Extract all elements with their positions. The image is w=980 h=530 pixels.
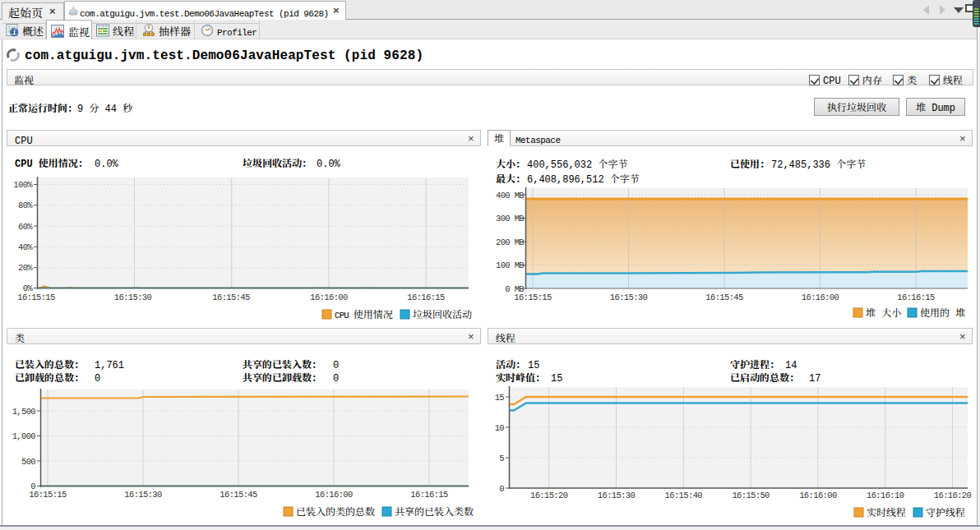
svg-text:共享的已装入数：: 共享的已装入数： [243,357,321,371]
svg-text:16:16:20: 16:16:20 [934,488,972,500]
svg-text:i: i [12,26,16,36]
svg-text:16:15:45: 16:15:45 [212,290,250,302]
svg-text:16:15:45: 16:15:45 [220,487,257,500]
svg-text:300 MB: 300 MB [496,211,524,224]
svg-text:垃圾回收活动：: 垃圾回收活动： [243,155,312,169]
svg-text:16:16:00: 16:16:00 [315,487,353,500]
svg-text:16:16:15: 16:16:15 [897,290,935,302]
svg-text:16:15:45: 16:15:45 [705,290,743,302]
svg-text:16:16:00: 16:16:00 [799,488,837,500]
svg-text:16:15:30: 16:15:30 [124,487,162,500]
svg-text:0: 0 [95,370,100,384]
svg-text:6,408,896,512 个字节: 6,408,896,512 个字节 [527,171,640,185]
svg-text:垃圾回收活动: 垃圾回收活动 [413,306,472,320]
svg-text:200 MB: 200 MB [496,235,524,247]
svg-text:16:16:00: 16:16:00 [802,290,839,302]
svg-text:活动：: 活动： [496,357,525,371]
svg-text:0: 0 [333,370,339,384]
svg-text:共享的已装入类数: 共享的已装入类数 [395,504,474,518]
svg-text:16:16:00: 16:16:00 [310,290,348,302]
svg-text:14: 14 [785,357,797,371]
svg-text:已使用：: 已使用： [730,156,770,170]
svg-text:100 MB: 100 MB [496,258,524,270]
svg-text:堆 大小: 堆 大小 [866,305,901,319]
svg-text:16:16:15: 16:16:15 [407,290,445,302]
svg-text:16:15:30: 16:15:30 [610,290,648,302]
svg-text:实时峰值：: 实时峰值： [496,370,545,384]
svg-text:1,761: 1,761 [95,357,124,371]
svg-text:500: 500 [21,454,35,467]
svg-text:实时线程: 实时线程 [867,505,906,518]
svg-text:16:15:15: 16:15:15 [29,487,67,500]
svg-text:5: 5 [499,451,504,463]
svg-text:40%: 40% [18,240,33,252]
svg-text:最大：: 最大： [496,171,525,185]
svg-text:0.0%: 0.0% [95,155,119,169]
svg-text:400,556,032 个字节: 400,556,032 个字节 [527,156,627,170]
svg-text:已装入的总数：: 已装入的总数： [15,357,84,371]
svg-text:已卸载的总数：: 已卸载的总数： [15,370,84,384]
svg-text:10: 10 [495,421,505,433]
svg-text:15: 15 [551,370,562,384]
svg-text:400 MB: 400 MB [496,188,524,200]
svg-text:1,000: 1,000 [12,429,36,441]
svg-text:16:15:15: 16:15:15 [17,290,55,302]
svg-text:16:15:15: 16:15:15 [514,290,552,302]
svg-text:使用的 堆: 使用的 堆 [920,305,965,319]
svg-text:16:16:10: 16:16:10 [867,488,904,500]
svg-text:80%: 80% [18,198,33,210]
svg-text:60%: 60% [18,219,33,232]
svg-text:CPU 使用情况：: CPU 使用情况： [15,155,88,169]
svg-text:0: 0 [333,357,339,371]
svg-text:0: 0 [499,482,504,494]
svg-text:共享的已卸载数：: 共享的已卸载数： [243,370,321,384]
svg-text:72,485,336 个字节: 72,485,336 个字节 [771,156,866,170]
svg-text:20%: 20% [18,260,33,273]
svg-text:15: 15 [495,390,505,403]
svg-text:16:15:40: 16:15:40 [665,488,703,500]
svg-text:大小：: 大小： [496,156,525,170]
svg-text:15: 15 [528,357,539,371]
svg-text:100%: 100% [13,177,33,190]
svg-text:已装入的类的总数: 已装入的类的总数 [296,504,375,518]
svg-text:17: 17 [809,370,821,384]
svg-text:16:16:15: 16:16:15 [410,487,448,500]
svg-text:16:15:20: 16:15:20 [530,488,568,500]
svg-text:0.0%: 0.0% [317,155,341,169]
svg-text:16:15:50: 16:15:50 [732,488,770,500]
svg-text:16:15:30: 16:15:30 [114,290,152,302]
svg-text:16:15:30: 16:15:30 [598,488,636,500]
svg-text:已启动的总数：: 已启动的总数： [730,370,799,384]
svg-text:CPU 使用情况: CPU 使用情况 [335,306,393,320]
svg-text:守护线程: 守护线程 [926,505,965,518]
svg-text:守护进程：: 守护进程： [730,357,779,371]
svg-text:1,500: 1,500 [12,404,36,417]
